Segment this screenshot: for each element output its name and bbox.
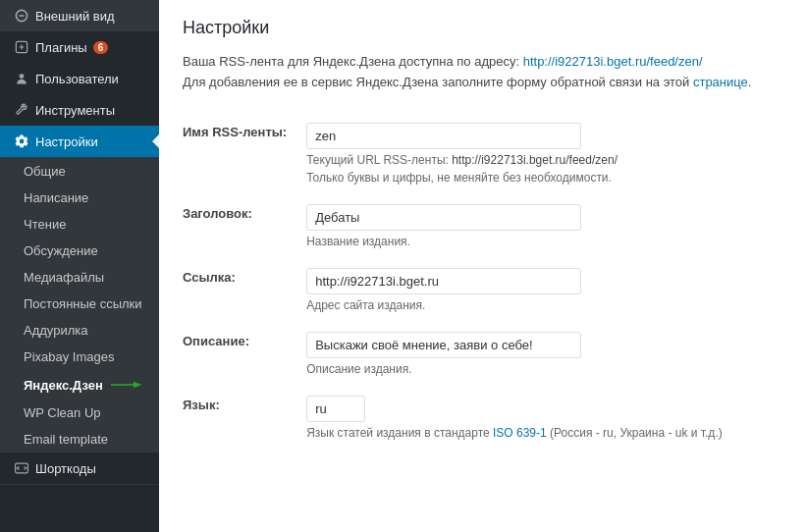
sidebar-item-tools[interactable]: Инструменты (0, 94, 159, 126)
settings-icon (14, 133, 29, 149)
field-value-description: Описание издания. (306, 322, 782, 386)
submenu-item-writing[interactable]: Написание (0, 185, 159, 211)
lang-hint-prefix: Язык статей издания в стандарте (306, 426, 493, 440)
link-input[interactable] (306, 268, 581, 294)
sidebar-item-appearance-label: Внешний вид (35, 9, 115, 24)
sidebar-item-settings-label: Настройки (35, 134, 98, 149)
svg-point-1 (20, 74, 25, 79)
tools-icon (14, 102, 29, 118)
sidebar-item-tools-label: Инструменты (35, 103, 115, 118)
field-row-header: Заголовок: Название издания. (183, 194, 782, 258)
field-label-rss-name: Имя RSS-ленты: (183, 113, 306, 194)
plugin-icon (14, 39, 29, 55)
paint-icon (14, 8, 29, 24)
plugins-badge: 6 (93, 41, 109, 54)
yandexzen-label: Яндекс.Дзен (24, 378, 103, 393)
green-arrow-icon (111, 376, 149, 394)
rss-name-input[interactable] (306, 123, 581, 149)
settings-form-table: Имя RSS-ленты: Текущий URL RSS-ленты: ht… (183, 113, 782, 450)
header-hint: Название издания. (306, 235, 782, 248)
field-value-language: Язык статей издания в стандарте ISO 639-… (306, 386, 782, 450)
sidebar-bottom-section: Шорткоды (0, 452, 159, 485)
main-content: Настройки Ваша RSS-лента для Яндекс.Дзен… (159, 0, 806, 532)
feedback-form-link[interactable]: странице (693, 75, 748, 89)
iso-link[interactable]: ISO 639-1 (493, 426, 547, 440)
sidebar-item-users[interactable]: Пользователи (0, 63, 159, 94)
sidebar-item-shortcodes[interactable]: Шорткоды (0, 452, 159, 484)
language-hint: Язык статей издания в стандарте ISO 639-… (306, 426, 782, 440)
info-line1: Ваша RSS-лента для Яндекс.Дзена доступна… (183, 54, 523, 69)
language-input[interactable] (306, 396, 365, 422)
submenu-item-yandexzen[interactable]: Яндекс.Дзен (0, 370, 159, 399)
field-value-rss-name: Текущий URL RSS-ленты: http://i922713i.b… (306, 113, 782, 194)
field-row-rss-name: Имя RSS-ленты: Текущий URL RSS-ленты: ht… (183, 113, 782, 194)
rss-name-hint2: Только буквы и цифры, не меняйте без нео… (306, 171, 782, 185)
sidebar: Внешний вид Плагины 6 Пользователи Инстр… (0, 0, 159, 532)
field-label-language: Язык: (183, 386, 306, 450)
description-input[interactable] (306, 332, 581, 358)
rss-name-hint1: Текущий URL RSS-ленты: http://i922713i.b… (306, 153, 782, 167)
submenu-item-emailtemplate[interactable]: Email template (0, 426, 159, 452)
hint-prefix: Текущий URL RSS-ленты: (306, 153, 452, 167)
settings-submenu: Общие Написание Чтение Обсуждение Медиаф… (0, 158, 159, 452)
link-hint: Адрес сайта издания. (306, 298, 782, 312)
field-label-header: Заголовок: (183, 194, 306, 258)
field-value-header: Название издания. (306, 194, 782, 258)
page-title: Настройки (183, 18, 782, 38)
field-label-link: Ссылка: (183, 258, 306, 322)
shortcodes-icon (14, 460, 29, 476)
sidebar-item-settings[interactable]: Настройки (0, 126, 159, 157)
submenu-item-pixabay[interactable]: Pixabay Images (0, 344, 159, 370)
submenu-item-discussion[interactable]: Обсуждение (0, 238, 159, 264)
field-row-language: Язык: Язык статей издания в стандарте IS… (183, 386, 782, 450)
submenu-item-reading[interactable]: Чтение (0, 211, 159, 238)
submenu-item-media[interactable]: Медиафайлы (0, 264, 159, 291)
sidebar-item-users-label: Пользователи (35, 72, 119, 86)
header-input[interactable] (306, 204, 581, 231)
sidebar-item-shortcodes-label: Шорткоды (35, 461, 96, 476)
field-value-link: Адрес сайта издания. (306, 258, 782, 322)
rss-url-hint: http://i922713i.bget.ru/feed/zen/ (452, 153, 618, 167)
submenu-item-permalinks[interactable]: Постоянные ссылки (0, 291, 159, 317)
info-block: Ваша RSS-лента для Яндекс.Дзена доступна… (183, 52, 782, 93)
field-row-description: Описание: Описание издания. (183, 322, 782, 386)
content-area: Настройки Ваша RSS-лента для Яндекс.Дзен… (159, 0, 806, 532)
sidebar-item-appearance[interactable]: Внешний вид (0, 0, 159, 31)
active-arrow (152, 133, 159, 149)
info-line2: Для добавления ее в сервис Яндекс.Дзена … (183, 75, 693, 89)
user-icon (14, 71, 29, 86)
submenu-item-addurka[interactable]: Аддурилка (0, 317, 159, 344)
rss-feed-url-link[interactable]: http://i922713i.bget.ru/feed/zen/ (523, 54, 703, 69)
description-hint: Описание издания. (306, 362, 782, 376)
sidebar-top-section: Внешний вид Плагины 6 Пользователи Инстр… (0, 0, 159, 158)
lang-hint-suffix: (Россия - ru, Украина - uk и т.д.) (547, 426, 723, 440)
field-row-link: Ссылка: Адрес сайта издания. (183, 258, 782, 322)
field-label-description: Описание: (183, 322, 306, 386)
submenu-item-wpcleanup[interactable]: WP Clean Up (0, 399, 159, 426)
submenu-item-general[interactable]: Общие (0, 158, 159, 185)
sidebar-item-plugins-label: Плагины (35, 40, 87, 55)
sidebar-item-plugins[interactable]: Плагины 6 (0, 31, 159, 63)
